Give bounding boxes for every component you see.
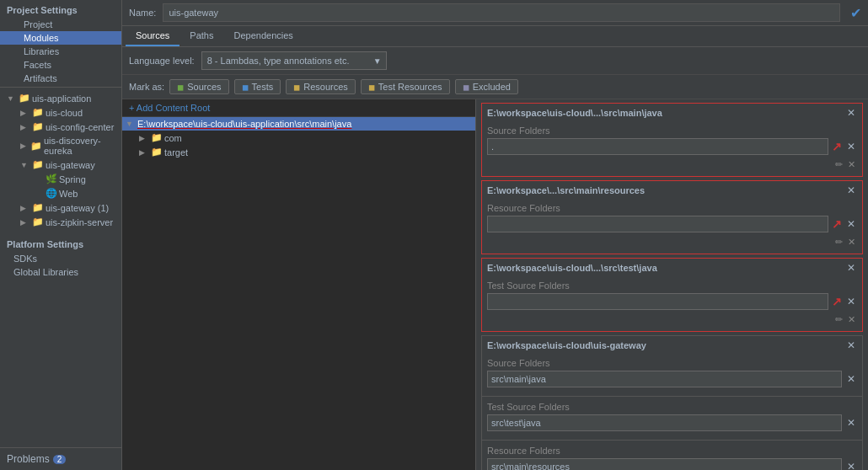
content-root-4-close[interactable]: ✕ <box>845 339 857 351</box>
sidebar-item-facets[interactable]: Facets <box>0 58 121 72</box>
module-uis-gateway-1[interactable]: ▶ 📁 uis-gateway (1) <box>3 200 118 215</box>
add-content-root-button[interactable]: + Add Content Root <box>122 99 475 117</box>
expand-arrow-icon: ▶ <box>20 123 30 131</box>
content-root-1-path: E:\workspace\uis-cloud\...\src\main\java <box>487 108 662 118</box>
sidebar-item-modules[interactable]: Modules <box>0 31 121 45</box>
folder-icon: 📁 <box>32 202 44 213</box>
content-root-1-close[interactable]: ✕ <box>845 107 857 119</box>
module-uis-cloud[interactable]: ▶ 📁 uis-cloud <box>3 105 118 120</box>
test-source-folders-input[interactable] <box>487 293 828 310</box>
remove-icon[interactable]: ✕ <box>846 313 857 326</box>
module-uis-discovery-eureka[interactable]: ▶ 📁 uis-discovery-eureka <box>3 134 118 158</box>
problems-item[interactable]: Problems 2 <box>0 447 121 470</box>
folder-icon: 📁 <box>30 141 42 152</box>
folder-icon: 📁 <box>32 107 44 118</box>
tab-sources[interactable]: Sources <box>126 26 179 46</box>
folder-icon: 📁 <box>151 132 163 143</box>
main-content: Name: ✔ Sources Paths Dependencies Langu… <box>122 0 868 470</box>
expand-arrow-icon: ▶ <box>20 204 30 212</box>
content-root-1-header: E:\workspace\uis-cloud\...\src\main\java… <box>482 104 862 122</box>
tree-item-main-path[interactable]: ▼ E:\workspace\uis-cloud\uis-application… <box>122 117 475 131</box>
source-folders-2-title: Source Folders <box>487 358 857 368</box>
language-level-select[interactable]: 8 - Lambdas, type annotations etc. <box>201 51 387 70</box>
test-src-folder-remove[interactable]: ✕ <box>845 417 857 429</box>
mark-as-label: Mark as: <box>129 82 164 92</box>
content-root-2-path: E:\workspace\...\src\main\resources <box>487 185 645 195</box>
sidebar-item-sdks[interactable]: SDKs <box>0 252 121 265</box>
tests-icon: ◼ <box>242 83 249 92</box>
mark-excluded-button[interactable]: ◼ Excluded <box>455 79 518 94</box>
source-folder-remove[interactable]: ✕ <box>845 141 857 152</box>
check-icon: ✔ <box>850 5 861 21</box>
expand-arrow-icon: ▼ <box>20 161 30 169</box>
resource-folder-remove[interactable]: ✕ <box>845 218 857 230</box>
content-root-3-close[interactable]: ✕ <box>845 262 857 274</box>
module-uis-zipkin-server[interactable]: ▶ 📁 uis-zipkin-server <box>3 215 118 229</box>
content-root-1: E:\workspace\uis-cloud\...\src\main\java… <box>481 103 863 177</box>
module-uis-application[interactable]: ▼ 📁 uis-application <box>3 91 118 105</box>
module-uis-config-center[interactable]: ▶ 📁 uis-config-center <box>3 120 118 134</box>
sidebar-item-libraries[interactable]: Libraries <box>0 45 121 58</box>
resource-folders-section: Resource Folders ↗ ✕ ✏ ✕ <box>482 200 862 254</box>
name-bar: Name: ✔ <box>122 0 868 26</box>
source-folders-2-input-row: ✕ <box>487 371 857 387</box>
mark-tests-button[interactable]: ◼ Tests <box>234 79 281 94</box>
resource-folders-input-row: ↗ ✕ <box>487 216 857 232</box>
tree-item-target[interactable]: ▶ 📁 target <box>122 145 475 159</box>
res-folder-remove[interactable]: ✕ <box>845 461 857 470</box>
sidebar: Project Settings Project Modules Librari… <box>0 0 122 470</box>
edit-icon[interactable]: ✏ <box>833 158 844 171</box>
excluded-icon: ◼ <box>463 83 469 92</box>
sidebar-item-project[interactable]: Project <box>0 18 121 31</box>
resource-folders-icons: ✏ ✕ <box>487 234 857 248</box>
remove-icon[interactable]: ✕ <box>846 236 857 248</box>
expand-arrow-icon: ▶ <box>139 148 149 157</box>
name-input[interactable] <box>163 3 840 22</box>
tree-item-com[interactable]: ▶ 📁 com <box>122 131 475 145</box>
test-source-folders-2-input[interactable] <box>487 414 842 431</box>
source-folders-2-input[interactable] <box>487 371 842 387</box>
resource-folders-input[interactable] <box>487 216 828 232</box>
resource-folders-2-input-row: ✕ <box>487 458 857 470</box>
sources-icon: ◼ <box>177 83 184 92</box>
edit-icon[interactable]: ✏ <box>833 313 844 326</box>
expand-arrow-icon: ▶ <box>20 109 30 117</box>
expand-arrow-icon: ▶ <box>139 134 149 142</box>
remove-icon[interactable]: ✕ <box>846 158 857 171</box>
test-source-folders-input-row: ↗ ✕ <box>487 293 857 310</box>
problems-badge: 2 <box>53 455 67 464</box>
file-tree-panel: + Add Content Root ▼ E:\workspace\uis-cl… <box>122 99 476 470</box>
platform-settings-title: Platform Settings <box>0 234 121 252</box>
mark-test-resources-button[interactable]: ◼ Test Resources <box>361 79 450 94</box>
test-source-folder-remove[interactable]: ✕ <box>845 296 857 307</box>
source-folders-section: Source Folders ↗ ✕ ✏ ✕ <box>482 122 862 176</box>
tab-paths[interactable]: Paths <box>179 26 223 46</box>
spring-icon: 🌿 <box>46 174 57 184</box>
red-arrow-icon: ↗ <box>832 295 842 308</box>
module-uis-gateway[interactable]: ▼ 📁 uis-gateway <box>3 158 118 172</box>
tab-dependencies[interactable]: Dependencies <box>224 26 303 46</box>
source-folders-input[interactable] <box>487 138 828 155</box>
edit-icon[interactable]: ✏ <box>833 236 844 248</box>
expand-arrow-icon: ▼ <box>126 120 136 128</box>
sidebar-item-artifacts[interactable]: Artifacts <box>0 72 121 85</box>
module-spring[interactable]: 🌿 Spring <box>3 172 118 186</box>
resources-icon: ◼ <box>293 83 300 92</box>
content-root-2-close[interactable]: ✕ <box>845 184 857 196</box>
resource-folders-title: Resource Folders <box>487 203 857 213</box>
web-icon: 🌐 <box>46 188 57 199</box>
mark-sources-button[interactable]: ◼ Sources <box>169 79 228 94</box>
test-resources-icon: ◼ <box>368 83 375 92</box>
src-folder-remove[interactable]: ✕ <box>845 373 857 385</box>
mark-resources-button[interactable]: ◼ Resources <box>286 79 356 94</box>
project-settings-title: Project Settings <box>0 0 121 18</box>
test-source-folders-section: Test Source Folders ↗ ✕ ✏ ✕ <box>482 277 862 331</box>
module-web[interactable]: 🌐 Web <box>3 186 118 200</box>
right-panel: E:\workspace\uis-cloud\...\src\main\java… <box>476 99 868 470</box>
resource-folders-2-input[interactable] <box>487 458 842 470</box>
sidebar-item-global-libraries[interactable]: Global Libraries <box>0 265 121 279</box>
test-source-folders-2-input-row: ✕ <box>487 414 857 431</box>
test-source-folders-title: Test Source Folders <box>487 280 857 291</box>
resource-folders-2-title: Resource Folders <box>487 446 857 456</box>
source-folders-2-section: Source Folders ✕ <box>482 355 862 394</box>
